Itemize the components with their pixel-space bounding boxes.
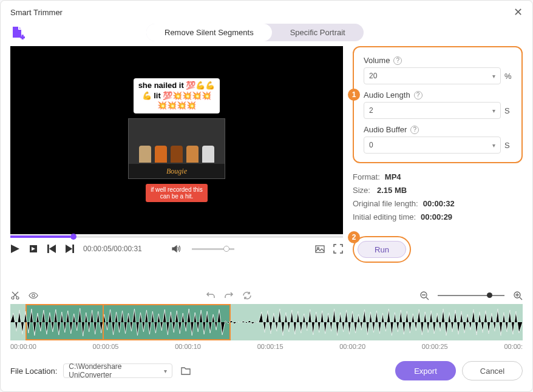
chevron-down-icon: ▾ (164, 368, 167, 374)
fullscreen-icon[interactable] (333, 244, 343, 254)
close-icon[interactable]: ✕ (514, 5, 523, 19)
stop-icon[interactable] (29, 244, 38, 254)
sticker-text: she nailed it 💯💪💪 💪 lit 💯💥💥💥💥 💥💥💥💥 (134, 78, 220, 114)
next-frame-icon[interactable] (65, 244, 75, 254)
refresh-icon[interactable] (242, 291, 252, 300)
orig-length-value: 00:00:32 (423, 197, 455, 211)
smart-trimmer-window: Smart Trimmer ✕ + Remove Silent Segments… (0, 0, 533, 392)
volume-icon[interactable] (171, 244, 181, 254)
help-icon[interactable]: ? (414, 91, 423, 100)
ruler-tick: 00:00: (504, 343, 523, 350)
timeline-playhead[interactable] (103, 304, 104, 339)
svg-point-4 (12, 297, 14, 299)
audio-length-select[interactable]: 2▾ (364, 102, 501, 119)
eye-icon[interactable] (29, 291, 38, 300)
settings-sidebar: 1 Volume? 20▾ % Audio Length? 2▾ S (353, 46, 523, 287)
file-location-select[interactable]: C:\Wondershare UniConverter▾ (63, 363, 172, 378)
add-media-icon[interactable]: + (10, 25, 25, 40)
format-value: MP4 (385, 171, 401, 184)
desk-brand: Bougie (129, 164, 225, 178)
export-button[interactable]: Export (395, 361, 456, 380)
volume-slider[interactable] (192, 248, 234, 250)
file-location-label: File Location: (10, 367, 57, 376)
orig-length-label: Original file length: (353, 197, 418, 211)
chevron-down-icon: ▾ (492, 142, 495, 149)
file-info: Format:MP4 Size:2.15 MB Original file le… (353, 171, 523, 224)
zoom-out-icon[interactable] (419, 291, 429, 300)
play-icon[interactable] (10, 244, 20, 254)
undo-icon[interactable] (206, 291, 216, 300)
help-icon[interactable]: ? (410, 126, 419, 134)
size-label: Size: (353, 184, 372, 197)
ruler-tick: 00:00:00 (10, 343, 36, 350)
tab-specific-portrait[interactable]: Specific Portrait (272, 24, 364, 41)
zoom-in-icon[interactable] (513, 291, 523, 300)
cut-icon[interactable] (10, 291, 20, 300)
ruler-tick: 00:00:10 (175, 343, 201, 350)
ruler-tick: 00:00:20 (339, 343, 365, 350)
preview-column: she nailed it 💯💪💪 💪 lit 💯💥💥💥💥 💥💥💥💥 Bougi… (10, 46, 343, 287)
timeline-toolbar (1, 287, 532, 304)
snapshot-icon[interactable] (315, 244, 325, 254)
header-row: + Remove Silent Segments Specific Portra… (1, 24, 532, 46)
step-badge-2: 2 (348, 231, 360, 243)
zoom-slider[interactable] (438, 295, 504, 296)
init-time-label: Initial editing time: (353, 211, 416, 224)
svg-point-5 (16, 297, 19, 299)
redo-icon[interactable] (224, 291, 234, 300)
chevron-down-icon: ▾ (492, 107, 495, 114)
svg-point-6 (32, 294, 35, 297)
audio-buffer-label: Audio Buffer (364, 125, 407, 134)
playback-controls: 00:00:05/00:00:31 (10, 238, 343, 260)
mode-tabs: Remove Silent Segments Specific Portrait (146, 24, 364, 41)
waveform-timeline[interactable] (10, 304, 523, 340)
tab-remove-silent[interactable]: Remove Silent Segments (146, 24, 272, 41)
ruler-tick: 00:00:05 (93, 343, 119, 350)
video-preview[interactable]: she nailed it 💯💪💪 💪 lit 💯💥💥💥💥 💥💥💥💥 Bougi… (10, 46, 343, 234)
cancel-button[interactable]: Cancel (462, 361, 523, 380)
seek-thumb[interactable] (70, 234, 76, 240)
folder-icon[interactable] (181, 367, 191, 375)
help-icon[interactable]: ? (393, 56, 402, 65)
time-ruler: 00:00:00 00:00:05 00:00:10 00:00:15 00:0… (1, 340, 532, 350)
caption-overlay: if well recorded this can be a hit. (146, 184, 208, 202)
ruler-tick: 00:00:25 (422, 343, 448, 350)
waveform-icon (10, 304, 523, 340)
titlebar: Smart Trimmer ✕ (1, 1, 532, 24)
run-button[interactable]: Run (358, 241, 406, 258)
main-area: she nailed it 💯💪💪 💪 lit 💯💥💥💥💥 💥💥💥💥 Bougi… (1, 46, 532, 287)
size-value: 2.15 MB (377, 184, 407, 197)
audio-length-label: Audio Length (364, 90, 410, 100)
audio-buffer-unit: S (504, 141, 512, 150)
audio-buffer-select[interactable]: 0▾ (364, 137, 501, 154)
ruler-tick: 00:00:15 (257, 343, 283, 350)
init-time-value: 00:00:29 (421, 211, 452, 224)
time-display: 00:00:05/00:00:31 (83, 245, 142, 253)
svg-rect-2 (316, 246, 324, 252)
format-label: Format: (353, 171, 380, 184)
step-badge-1: 1 (348, 89, 360, 101)
settings-panel: 1 Volume? 20▾ % Audio Length? 2▾ S (353, 46, 523, 163)
run-wrap: 2 Run (353, 236, 411, 263)
footer: File Location: C:\Wondershare UniConvert… (1, 350, 532, 391)
volume-unit: % (504, 72, 512, 81)
chevron-down-icon: ▾ (492, 73, 495, 79)
audio-length-unit: S (504, 106, 512, 115)
video-frame: Bougie (128, 118, 225, 179)
svg-text:+: + (21, 33, 24, 40)
seek-bar[interactable] (10, 235, 343, 238)
window-title: Smart Trimmer (10, 8, 63, 17)
prev-frame-icon[interactable] (47, 244, 56, 254)
volume-label: Volume (364, 56, 390, 65)
volume-select[interactable]: 20▾ (364, 67, 501, 84)
